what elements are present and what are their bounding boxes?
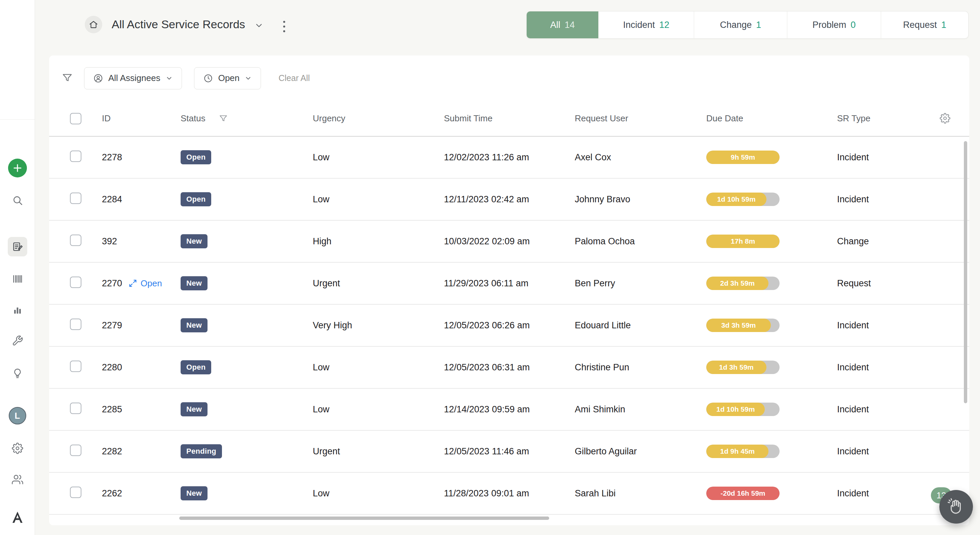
vertical-scrollbar[interactable]	[964, 141, 967, 403]
status-filter-dropdown[interactable]: Open	[194, 67, 261, 89]
tab-request[interactable]: Request 1	[881, 11, 968, 38]
tab-count: 1	[756, 20, 761, 30]
wrench-icon[interactable]	[11, 334, 24, 347]
row-checkbox[interactable]	[70, 151, 81, 162]
table-row[interactable]: 2280 Open Low 12/05/2023 06:31 am Christ…	[49, 346, 969, 389]
submit-time-cell: 12/11/2023 02:42 am	[444, 194, 575, 205]
tab-all[interactable]: All 14	[527, 11, 598, 38]
filter-funnel-icon[interactable]	[62, 72, 74, 84]
assets-barcode-icon[interactable]	[11, 273, 24, 285]
due-date-pill: 17h 8m	[706, 235, 780, 248]
settings-gear-icon[interactable]	[11, 442, 24, 455]
status-filter-label: Open	[218, 73, 240, 83]
tab-label: Incident	[623, 20, 655, 30]
column-header-id[interactable]: ID	[102, 113, 181, 124]
table-row[interactable]: 2285 New Low 12/14/2023 09:59 am Ami Shi…	[49, 389, 969, 430]
row-checkbox[interactable]	[70, 235, 81, 246]
table-row[interactable]: 392 New High 10/03/2022 02:09 am Paloma …	[49, 221, 969, 262]
urgency-cell: Low	[313, 362, 444, 373]
status-badge: New	[181, 318, 207, 332]
row-checkbox[interactable]	[70, 403, 81, 414]
whats-new-button[interactable]	[939, 490, 973, 524]
app-logo[interactable]	[10, 510, 25, 525]
request-user-cell: Christine Pun	[575, 362, 706, 373]
urgency-cell: Urgent	[313, 278, 444, 289]
row-open-label: Open	[141, 278, 162, 289]
tab-label: Request	[903, 20, 937, 30]
due-date-fill: 1d 3h 59m	[706, 360, 767, 374]
row-checkbox[interactable]	[70, 319, 81, 330]
column-header-due-date[interactable]: Due Date	[706, 113, 837, 124]
sidebar-item-service-records[interactable]	[8, 237, 27, 256]
due-date-label: 1d 10h 59m	[716, 405, 755, 413]
sr-type-cell: Incident	[837, 446, 969, 457]
assignees-filter-dropdown[interactable]: All Assignees	[84, 67, 182, 89]
status-column-filter-icon[interactable]	[219, 114, 228, 123]
due-date-label: 3d 3h 59m	[721, 321, 756, 329]
clear-all-filters-link[interactable]: Clear All	[278, 73, 310, 83]
row-checkbox[interactable]	[70, 276, 81, 288]
due-date-pill: 1d 9h 45m	[706, 445, 780, 458]
title-chevron-down-icon[interactable]	[254, 21, 264, 30]
sr-type-cell: Incident	[837, 320, 969, 331]
page-title: All Active Service Records	[111, 18, 245, 31]
tab-problem[interactable]: Problem 0	[787, 11, 881, 38]
submit-time-cell: 12/05/2023 06:26 am	[444, 320, 575, 331]
due-date-label: 1d 9h 45m	[720, 447, 755, 456]
home-button[interactable]	[85, 16, 102, 33]
add-button[interactable]	[8, 159, 27, 178]
due-date-label: -20d 16h 59m	[721, 489, 765, 497]
more-options-kebab-icon[interactable]	[279, 19, 289, 35]
row-checkbox[interactable]	[70, 445, 81, 456]
column-header-urgency[interactable]: Urgency	[313, 113, 444, 124]
column-header-submit-time[interactable]: Submit Time	[444, 113, 575, 124]
submit-time-cell: 12/05/2023 11:46 am	[444, 446, 575, 457]
tab-incident[interactable]: Incident 12	[598, 11, 694, 38]
column-settings-gear-icon[interactable]	[940, 113, 951, 124]
table-row[interactable]: 2282 Pending Urgent 12/05/2023 11:46 am …	[49, 430, 969, 473]
submit-time-cell: 10/03/2022 02:09 am	[444, 236, 575, 247]
table-row[interactable]: 2279 New Very High 12/05/2023 06:26 am E…	[49, 305, 969, 346]
table-row[interactable]: 2270 Open New Urgent 11/29/2023 06:11 am…	[49, 262, 969, 305]
search-icon[interactable]	[11, 194, 24, 207]
record-id: 2270	[102, 278, 122, 289]
request-user-cell: Johnny Bravo	[575, 194, 706, 205]
home-icon	[89, 20, 98, 29]
tab-count: 0	[851, 20, 856, 30]
users-icon[interactable]	[11, 473, 24, 486]
horizontal-scrollbar[interactable]	[179, 516, 549, 520]
row-checkbox[interactable]	[70, 360, 81, 372]
clap-icon	[947, 498, 965, 516]
row-open-action[interactable]: Open	[128, 278, 162, 289]
request-user-cell: Sarah Libi	[575, 488, 706, 499]
user-avatar[interactable]: L	[9, 407, 26, 424]
record-id: 2285	[102, 404, 122, 415]
urgency-cell: High	[313, 236, 444, 247]
row-checkbox[interactable]	[70, 487, 81, 498]
filter-bar: All Assignees Open Clear All	[49, 56, 969, 101]
due-date-pill: 9h 59m	[706, 151, 780, 164]
tab-label: Problem	[813, 20, 846, 30]
analytics-chart-icon[interactable]	[11, 303, 24, 316]
tab-change[interactable]: Change 1	[694, 11, 787, 38]
sr-type-cell: Incident	[837, 152, 969, 163]
record-id: 2262	[102, 488, 122, 499]
due-date-fill: 1d 9h 45m	[706, 445, 768, 458]
expand-icon	[128, 279, 138, 288]
status-badge: New	[181, 402, 207, 416]
column-header-request-user[interactable]: Request User	[575, 113, 706, 124]
table-row[interactable]: 2278 Open Low 12/02/2023 11:26 am Axel C…	[49, 137, 969, 178]
urgency-cell: Low	[313, 488, 444, 499]
sr-type-cell: Request	[837, 278, 969, 289]
due-date-label: 9h 59m	[731, 153, 755, 161]
table-row[interactable]: 2262 New Low 11/28/2023 09:01 am Sarah L…	[49, 473, 969, 514]
request-user-cell: Gilberto Aguilar	[575, 446, 706, 457]
table-row[interactable]: 2284 Open Low 12/11/2023 02:42 am Johnny…	[49, 178, 969, 221]
column-header-status[interactable]: Status	[181, 113, 205, 124]
status-badge: New	[181, 276, 207, 291]
lightbulb-icon[interactable]	[11, 367, 24, 380]
sidebar-divider	[0, 119, 35, 120]
select-all-checkbox[interactable]	[70, 113, 81, 124]
row-checkbox[interactable]	[70, 192, 81, 204]
due-date-fill: 9h 59m	[706, 151, 780, 164]
